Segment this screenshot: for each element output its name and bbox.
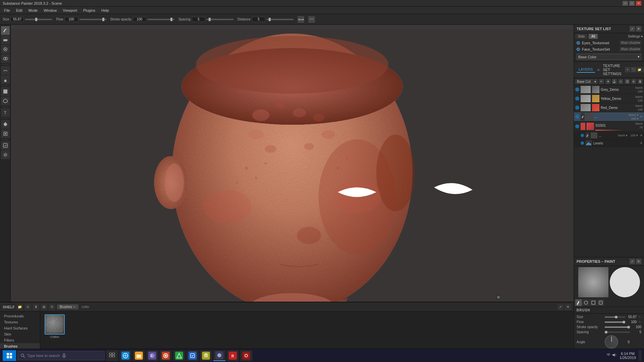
brush-spacing-value[interactable]: 5: [631, 330, 641, 334]
ts-eyes-radio[interactable]: [577, 41, 580, 45]
brush-tab-settings[interactable]: [597, 299, 604, 306]
brush-flow-value[interactable]: 100: [627, 320, 637, 324]
flow-value[interactable]: 100: [65, 17, 78, 22]
layer-link-icon[interactable]: ⛓: [625, 79, 630, 84]
taskbar-app-7[interactable]: R: [227, 350, 239, 361]
taskbar-search-box[interactable]: Type here to search: [17, 351, 105, 360]
layer-blend-red[interactable]: Norm: [635, 104, 643, 108]
brush-tab-paint[interactable]: [575, 299, 582, 306]
layer-opacity-yellow[interactable]: 100: [638, 99, 643, 102]
menu-plugins[interactable]: Plugins: [80, 8, 98, 13]
taskbar-app-5[interactable]: [200, 350, 212, 361]
brush-stroke-opacity-value[interactable]: 100: [631, 325, 641, 329]
shelf-icon-folder[interactable]: 📁: [17, 304, 23, 310]
sublayer-blend[interactable]: Norm ▾: [618, 134, 628, 137]
brush-spacing-slider[interactable]: [605, 331, 630, 333]
ts-face-shader[interactable]: Main shade▾: [620, 47, 641, 51]
layer-vis-active[interactable]: [575, 115, 579, 119]
lazy-mouse-icon[interactable]: 〰: [308, 16, 315, 23]
sublayer-vis[interactable]: [581, 134, 584, 137]
shelf-item-cotton[interactable]: Cotton: [43, 314, 66, 339]
text-tool[interactable]: T: [1, 108, 10, 117]
erase-tool[interactable]: [1, 36, 10, 44]
taskbar-app-3[interactable]: [173, 350, 185, 361]
ts-eyes-shader[interactable]: Main shade▾: [620, 41, 641, 45]
taskbar-app-1[interactable]: E: [146, 350, 158, 361]
sublayer-opacity[interactable]: 100 ▾: [630, 134, 638, 137]
material-picker-tool[interactable]: [1, 120, 10, 129]
settings-button[interactable]: Settings ▾: [628, 35, 643, 38]
distance-value[interactable]: 5: [252, 17, 265, 22]
shelf-tab-brushes-close-icon[interactable]: ✕: [73, 305, 76, 309]
maximize-button[interactable]: □: [629, 1, 635, 6]
levels-vis[interactable]: [581, 141, 584, 145]
brush-flow-slider[interactable]: [605, 321, 625, 323]
brush-angle-value[interactable]: 0: [620, 340, 630, 344]
layer-bake-icon[interactable]: ⊙: [618, 79, 623, 84]
close-button[interactable]: ✕: [636, 1, 641, 6]
texture-set-face[interactable]: Face_TextureSet Main shade▾: [574, 46, 644, 52]
menu-help[interactable]: Help: [99, 8, 112, 13]
brush-flow-edit-icon[interactable]: ✎: [638, 320, 641, 324]
spacing-value[interactable]: 5: [192, 17, 205, 22]
taskbar-app-8[interactable]: [240, 350, 252, 361]
shelf-icon-import[interactable]: ⬇: [33, 304, 39, 310]
tab-layers[interactable]: LAYERS: [577, 67, 595, 73]
layer-anchor-icon[interactable]: ⚓: [612, 79, 617, 84]
mirror-x-icon[interactable]: ⟺: [298, 16, 304, 23]
flow-slider[interactable]: [79, 19, 106, 20]
clone-tool[interactable]: [1, 54, 10, 63]
angle-dial[interactable]: [605, 335, 618, 349]
properties-expand-icon[interactable]: ⤢: [630, 259, 635, 264]
brush-size-value[interactable]: 55.87: [627, 315, 637, 319]
size-value[interactable]: 55.87: [10, 17, 24, 22]
spacing-slider[interactable]: [207, 19, 233, 20]
tab-all[interactable]: All: [589, 34, 598, 39]
brush-tab-smudge[interactable]: [583, 299, 589, 306]
smudge-tool[interactable]: [1, 66, 10, 75]
shelf-tab-brushes[interactable]: Brushes ✕: [57, 304, 78, 309]
add-paint-layer-icon[interactable]: +: [625, 67, 630, 72]
taskbar-app-sp[interactable]: [213, 350, 225, 361]
tab-solo[interactable]: Solo: [575, 34, 587, 39]
layer-vis-yellow[interactable]: [575, 97, 579, 101]
layer-paint-icon[interactable]: ✏: [599, 79, 604, 84]
layer-opacity-active[interactable]: 100 ▾: [631, 117, 639, 120]
transform-tool[interactable]: [1, 129, 10, 138]
brush-size-slider[interactable]: [605, 316, 625, 318]
sublayer-close-icon[interactable]: ✕: [640, 134, 643, 137]
menu-edit[interactable]: Edit: [13, 8, 25, 13]
projection-tool[interactable]: [1, 45, 10, 54]
tab-texture-set-settings[interactable]: TEXTURE SET SETTINGS: [601, 63, 624, 76]
layer-blend-active[interactable]: Norm ▾: [629, 113, 639, 117]
ts-face-radio[interactable]: [577, 48, 580, 51]
taskbar-app-4[interactable]: [186, 350, 199, 361]
layer-subitem-levels[interactable]: Levels ✕: [574, 139, 644, 147]
layer-blend-yellow[interactable]: Norm: [635, 95, 643, 99]
menu-window[interactable]: Window: [41, 8, 59, 13]
shelf-cat-textures[interactable]: Textures: [0, 319, 40, 325]
add-mask-icon[interactable]: ◑: [643, 67, 644, 72]
taskbar-task-view[interactable]: [106, 350, 118, 361]
texture-set-close-icon[interactable]: ✕: [636, 26, 641, 32]
brush-stroke-opacity-slider[interactable]: [605, 326, 630, 328]
viewport[interactable]: Y X Z: [11, 25, 574, 350]
menu-file[interactable]: File: [1, 8, 13, 13]
shelf-cat-skin[interactable]: Skin: [0, 331, 40, 337]
volume-icon[interactable]: [612, 353, 617, 358]
layer-item-yellow-demo[interactable]: Yellow_Demo Norm 100: [574, 94, 644, 103]
layer-fx-icon[interactable]: ★: [605, 79, 610, 84]
layers-tab-close-icon[interactable]: ✕: [597, 68, 600, 72]
menu-mode[interactable]: Mode: [26, 8, 41, 13]
paint-tool[interactable]: [1, 26, 10, 35]
brush-size-edit-icon[interactable]: ✎: [638, 315, 641, 319]
properties-close-icon[interactable]: ✕: [636, 259, 641, 264]
bake-tool[interactable]: [1, 141, 10, 150]
base-color-dropdown[interactable]: Base Color ▾: [577, 54, 641, 60]
layer-vis-red[interactable]: [575, 106, 579, 110]
blend-mode-dropdown[interactable]: Base Col ▾: [575, 79, 598, 84]
show-desktop-button[interactable]: [639, 350, 641, 361]
layer-item-active[interactable]: ... Norm ▾ 100 ▾ ✕: [574, 112, 644, 121]
layer-item-red-demo[interactable]: Red_Demo Norm 100: [574, 103, 644, 112]
layer-item-sss01[interactable]: SSS01 Norm 74: [574, 121, 644, 132]
